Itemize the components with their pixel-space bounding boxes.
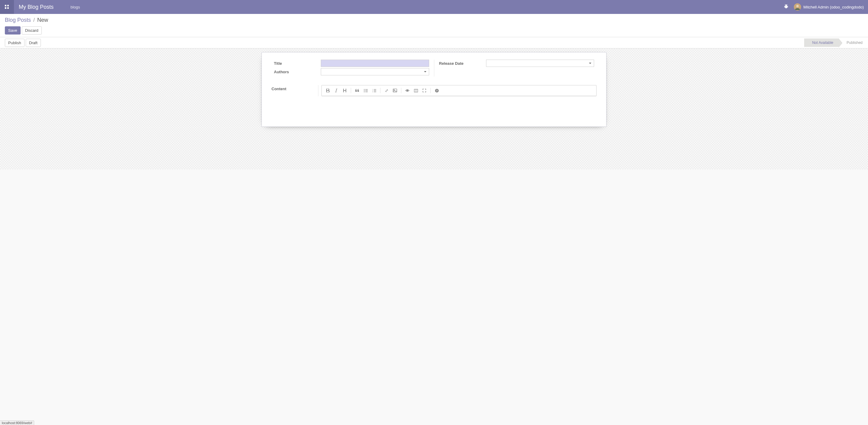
svg-rect-3 bbox=[7, 7, 9, 9]
heading-button[interactable] bbox=[340, 87, 349, 94]
link-button[interactable] bbox=[382, 87, 391, 94]
svg-rect-0 bbox=[5, 5, 6, 6]
chevron-down-icon bbox=[424, 71, 427, 72]
title-label: Title bbox=[274, 60, 321, 66]
breadcrumb-current: New bbox=[37, 17, 48, 23]
bold-icon bbox=[326, 89, 330, 92]
discard-button[interactable]: Discard bbox=[22, 26, 42, 34]
italic-icon bbox=[335, 89, 338, 92]
content-label: Content bbox=[272, 85, 318, 96]
avatar bbox=[794, 3, 801, 10]
italic-button[interactable] bbox=[332, 87, 340, 94]
navbar-brand[interactable]: My Blog Posts bbox=[14, 4, 58, 10]
status-not-available[interactable]: Not Available bbox=[804, 38, 839, 47]
quote-icon bbox=[355, 89, 359, 92]
preview-icon bbox=[405, 89, 409, 92]
svg-point-20 bbox=[364, 89, 365, 90]
breadcrumb: Blog Posts / New bbox=[5, 17, 863, 23]
form-sheet: Title Authors Release Date bbox=[261, 52, 607, 127]
authors-select[interactable] bbox=[321, 68, 429, 75]
apps-menu-button[interactable] bbox=[0, 0, 14, 14]
navbar-menu-blogs[interactable]: blogs bbox=[58, 5, 80, 9]
authors-label: Authors bbox=[274, 68, 321, 74]
chevron-down-icon bbox=[589, 63, 591, 64]
unordered-list-button[interactable] bbox=[361, 87, 370, 94]
content-editor: 123 bbox=[321, 85, 596, 96]
link-icon bbox=[385, 89, 389, 93]
breadcrumb-separator: / bbox=[31, 17, 37, 23]
svg-point-34 bbox=[407, 90, 408, 91]
svg-text:?: ? bbox=[436, 89, 438, 92]
title-input[interactable] bbox=[321, 60, 429, 67]
svg-line-7 bbox=[784, 7, 785, 7]
svg-point-22 bbox=[364, 91, 365, 92]
user-menu[interactable]: Mitchell Admin (odoo_codingdodo) bbox=[792, 3, 868, 10]
draft-button[interactable]: Draft bbox=[26, 39, 41, 47]
fullscreen-icon bbox=[423, 89, 426, 92]
side-by-side-icon bbox=[414, 89, 418, 92]
bug-icon bbox=[784, 4, 788, 9]
status-bar: Publish Draft Not Available Published bbox=[0, 37, 868, 49]
breadcrumb-parent[interactable]: Blog Posts bbox=[5, 17, 31, 23]
form-area: Title Authors Release Date bbox=[0, 49, 868, 170]
ordered-list-button[interactable]: 123 bbox=[370, 87, 378, 94]
control-panel-buttons: Save Discard bbox=[5, 26, 863, 37]
svg-point-4 bbox=[785, 5, 787, 8]
apps-grid-icon bbox=[4, 4, 9, 9]
image-button[interactable] bbox=[391, 87, 399, 94]
svg-point-33 bbox=[394, 90, 394, 90]
navbar: My Blog Posts blogs Mitchell Admin (odoo… bbox=[0, 0, 868, 14]
save-button[interactable]: Save bbox=[5, 26, 21, 34]
fullscreen-button[interactable] bbox=[420, 87, 429, 94]
status-buttons: Publish Draft bbox=[5, 39, 41, 47]
unordered-list-icon bbox=[364, 89, 368, 92]
quote-button[interactable] bbox=[353, 87, 361, 94]
status-indicator: Not Available Published bbox=[804, 38, 868, 47]
svg-line-6 bbox=[784, 6, 785, 7]
release-date-label: Release Date bbox=[439, 60, 486, 66]
user-name: Mitchell Admin (odoo_codingdodo) bbox=[804, 5, 864, 9]
svg-point-21 bbox=[364, 90, 365, 91]
svg-point-13 bbox=[796, 5, 799, 7]
heading-icon bbox=[343, 89, 346, 92]
status-published[interactable]: Published bbox=[839, 38, 868, 47]
control-panel: Blog Posts / New Save Discard bbox=[0, 14, 868, 37]
svg-rect-2 bbox=[5, 7, 6, 9]
svg-point-5 bbox=[785, 4, 786, 6]
image-icon bbox=[393, 89, 397, 92]
publish-button[interactable]: Publish bbox=[5, 39, 25, 47]
svg-line-16 bbox=[336, 89, 337, 92]
preview-button[interactable] bbox=[403, 87, 412, 94]
ordered-list-icon: 123 bbox=[372, 89, 376, 92]
release-date-input[interactable] bbox=[486, 60, 594, 67]
help-button[interactable]: ? bbox=[433, 87, 441, 94]
svg-text:3: 3 bbox=[372, 91, 373, 92]
side-by-side-button[interactable] bbox=[412, 87, 420, 94]
editor-toolbar: 123 bbox=[322, 85, 596, 96]
svg-rect-1 bbox=[7, 5, 9, 6]
svg-line-8 bbox=[787, 6, 788, 7]
bold-button[interactable] bbox=[323, 87, 332, 94]
svg-rect-32 bbox=[393, 89, 397, 92]
svg-line-9 bbox=[787, 7, 788, 7]
help-icon: ? bbox=[435, 89, 439, 93]
debug-button[interactable] bbox=[780, 4, 792, 10]
